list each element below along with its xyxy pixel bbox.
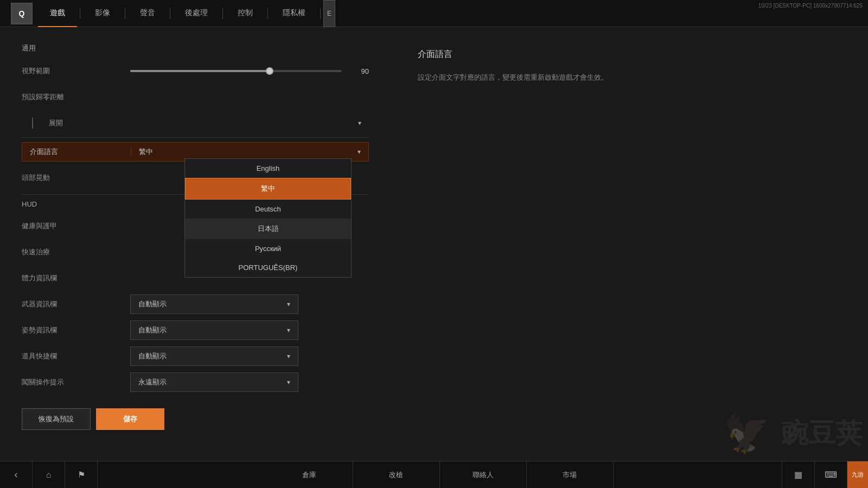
hud-hint-label: 闖關操作提示	[22, 377, 130, 387]
hud-posture-dropdown-container: 自動顯示 ▾	[130, 320, 298, 340]
hud-item-dropdown[interactable]: 自動顯示 ▾	[130, 346, 298, 366]
system-info: 10/23 [DESKTOP-PC] 1600x27907714:625	[758, 3, 863, 9]
hud-posture-label: 姿勢資訊欄	[22, 325, 130, 335]
language-dropdown-arrow-icon: ▾	[358, 148, 361, 156]
hud-posture-value: 自動顯示	[138, 325, 167, 335]
tab-post-process[interactable]: 後處理	[173, 0, 220, 27]
hud-item-value: 自動顯示	[138, 351, 167, 361]
language-dropdown[interactable]: 繁中 ▾	[131, 147, 368, 157]
tab-privacy[interactable]: 隱私權	[271, 0, 317, 27]
nav-divider-3	[170, 8, 170, 19]
fov-label: 視野範圍	[22, 66, 130, 76]
fov-slider-fill	[130, 70, 270, 72]
hud-stamina-label: 體力資訊欄	[22, 273, 130, 283]
fov-control: 90	[130, 67, 369, 75]
hud-weapon-label: 武器資訊欄	[22, 299, 130, 309]
bottom-nav-market[interactable]: 市場	[527, 461, 614, 489]
hud-weapon-dropdown-container: 自動顯示 ▾	[130, 294, 298, 314]
save-button[interactable]: 儲存	[96, 408, 164, 430]
general-section-title: 通用	[22, 43, 369, 53]
hud-item-dropdown-arrow-icon: ▾	[287, 352, 290, 360]
bottom-nav-contacts[interactable]: 聯絡人	[440, 461, 527, 489]
separator-1	[22, 137, 369, 138]
bottom-nav-items: 倉庫 改槍 聯絡人 市場	[98, 461, 782, 489]
hud-posture-dropdown-arrow-icon: ▾	[287, 326, 290, 334]
info-title: 介面語言	[418, 49, 841, 60]
hud-hint-dropdown-arrow-icon: ▾	[287, 378, 290, 386]
language-label: 介面語言	[22, 147, 131, 157]
bottom-navigation-bar: ‹ ⌂ ⚑ 倉庫 改槍 聯絡人 市場 ▦ ⌨ 九游	[0, 461, 868, 488]
fov-value: 90	[347, 67, 369, 75]
nav-divider-6	[320, 8, 321, 19]
lang-option-english[interactable]: English	[185, 159, 351, 178]
hud-hint-dropdown[interactable]: 永遠顯示 ▾	[130, 373, 298, 392]
nav-divider-5	[267, 8, 268, 19]
fov-slider-track[interactable]	[130, 70, 342, 72]
language-dropdown-options: English 繁中 Deutsch 日本語 Русский PORTUGUÊS…	[184, 158, 352, 278]
language-current-value: 繁中	[139, 147, 153, 157]
nav-divider-1	[80, 8, 80, 19]
hud-weapon-dropdown-arrow-icon: ▾	[287, 300, 290, 308]
hud-item-dropdown-container: 自動顯示 ▾	[130, 346, 298, 366]
game-logo: Q	[11, 3, 33, 24]
expand-bar	[32, 118, 33, 129]
fov-row: 視野範圍 90	[22, 61, 369, 81]
hud-hint-dropdown-container: 永遠顯示 ▾	[130, 373, 298, 392]
hud-hint-value: 永遠顯示	[138, 377, 167, 387]
reset-distance-row: 預設歸零距離	[22, 87, 369, 107]
bird-watermark-icon: 🦅	[723, 411, 770, 455]
hud-weapon-value: 自動顯示	[138, 299, 167, 309]
lang-option-japanese[interactable]: 日本語	[185, 219, 351, 239]
home-button[interactable]: ⌂	[33, 461, 65, 489]
expand-indent	[22, 118, 43, 129]
hud-weapon-dropdown[interactable]: 自動顯示 ▾	[130, 294, 298, 314]
info-description: 設定介面文字對應的語言，變更後需重新啟動遊戲才會生效。	[418, 71, 841, 84]
expand-row: 展開 ▾	[22, 113, 369, 133]
watermark-area: 🦅 豌豆荚	[597, 298, 868, 461]
hud-item-row: 道具快捷欄 自動顯示 ▾	[22, 346, 369, 366]
reset-button[interactable]: 恢復為預設	[22, 408, 91, 430]
lang-option-deutsch[interactable]: Deutsch	[185, 200, 351, 219]
watermark-content: 🦅 豌豆荚	[723, 411, 863, 455]
bottom-nav-gunsmith[interactable]: 改槍	[353, 461, 440, 489]
back-button[interactable]: ‹	[0, 461, 33, 489]
fov-slider-thumb[interactable]	[266, 67, 273, 75]
bottom-nav-storage[interactable]: 倉庫	[266, 461, 353, 489]
tab-video[interactable]: 影像	[83, 0, 122, 27]
fov-slider-container: 90	[130, 67, 369, 75]
hud-hint-row: 闖關操作提示 永遠顯示 ▾	[22, 373, 369, 392]
hud-item-label: 道具快捷欄	[22, 351, 130, 361]
flag-button[interactable]: ⚑	[65, 461, 98, 489]
tab-e-badge[interactable]: E	[323, 0, 335, 27]
head-bob-label: 頭部晃動	[22, 173, 130, 183]
expand-chevron-icon[interactable]: ▾	[358, 119, 361, 127]
jiuyou-badge: 九游	[847, 461, 868, 489]
watermark-text: 豌豆荚	[781, 415, 863, 452]
hud-weapon-row: 武器資訊欄 自動顯示 ▾	[22, 294, 369, 314]
lang-option-traditional-chinese[interactable]: 繁中	[185, 178, 351, 200]
lang-option-portuguese[interactable]: PORTUGUÊS(BR)	[185, 258, 351, 277]
nav-divider-2	[125, 8, 125, 19]
chat-icon[interactable]: ▦	[782, 461, 814, 489]
hud-quick-heal-label: 快速治療	[22, 247, 130, 257]
bottom-right-icons: ▦ ⌨ 九游	[782, 461, 868, 489]
top-navigation-bar: Q 遊戲 影像 聲音 後處理 控制 隱私權 E 10/23 [DESKTOP-P…	[0, 0, 868, 27]
hud-posture-dropdown[interactable]: 自動顯示 ▾	[130, 320, 298, 340]
tab-audio[interactable]: 聲音	[128, 0, 167, 27]
tab-controls[interactable]: 控制	[226, 0, 265, 27]
keyboard-icon[interactable]: ⌨	[814, 461, 847, 489]
nav-divider-4	[222, 8, 223, 19]
tab-game[interactable]: 遊戲	[38, 0, 77, 27]
expand-label: 展開	[49, 118, 358, 128]
action-buttons: 恢復為預設 儲存	[22, 408, 369, 430]
reset-distance-label: 預設歸零距離	[22, 92, 130, 102]
hud-health-label: 健康與護甲	[22, 221, 130, 231]
lang-option-russian[interactable]: Русский	[185, 239, 351, 258]
hud-posture-row: 姿勢資訊欄 自動顯示 ▾	[22, 320, 369, 340]
language-control: 繁中 ▾	[131, 147, 368, 157]
